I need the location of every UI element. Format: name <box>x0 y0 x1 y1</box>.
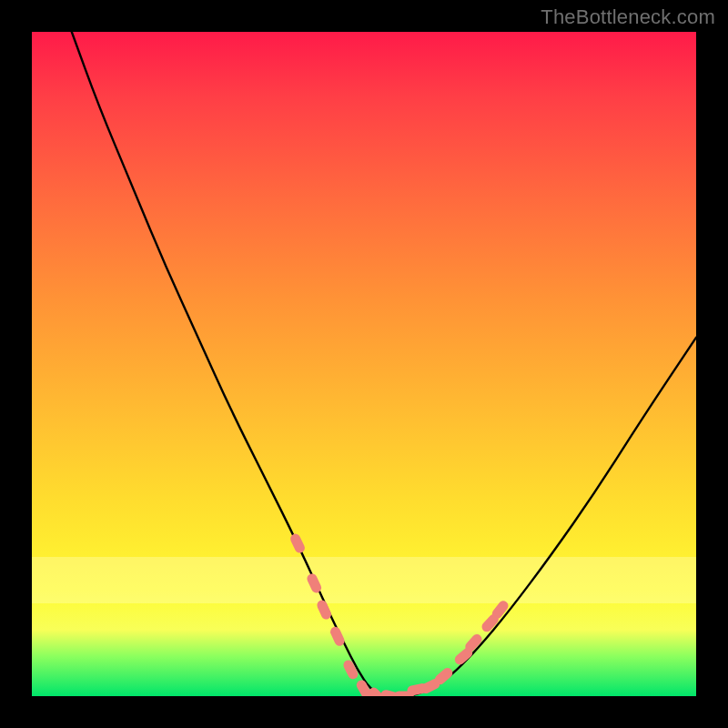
curve-marker <box>322 605 327 614</box>
curve-path <box>72 32 696 696</box>
curve-layer <box>32 32 696 696</box>
curve-marker <box>497 606 503 614</box>
watermark-text: TheBottleneck.com <box>541 5 715 29</box>
curve-marker <box>470 640 477 647</box>
marker-group <box>296 539 503 696</box>
curve-marker <box>426 684 435 689</box>
curve-marker <box>361 685 366 694</box>
curve-marker <box>374 693 381 696</box>
curve-marker <box>336 632 340 641</box>
curve-marker <box>312 579 317 588</box>
curve-marker <box>487 620 493 627</box>
chart-frame: TheBottleneck.com <box>0 0 728 728</box>
plot-area <box>32 32 696 696</box>
curve-marker <box>440 673 447 680</box>
curve-marker <box>349 665 353 674</box>
curve-marker <box>296 539 300 548</box>
curve-marker <box>412 689 422 691</box>
curve-marker <box>460 653 467 660</box>
